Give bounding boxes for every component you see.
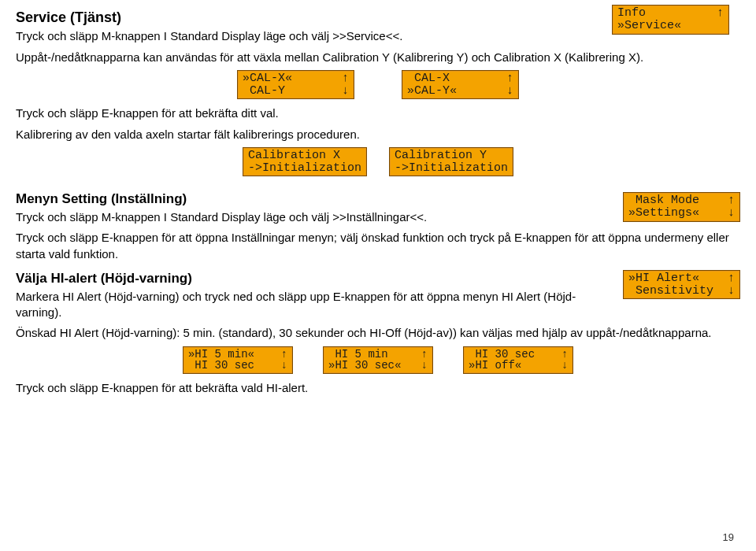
lcd-cal-x-selected: »CAL-X« ↑ CAL-Y ↓: [237, 70, 354, 100]
page-number: 19: [723, 531, 734, 545]
lcd-init-x: Calibration X ->Initialization: [243, 147, 367, 177]
lcd-cal-y-selected: CAL-X ↑ »CAL-Y« ↓: [402, 70, 519, 100]
lcd-hi-30sec: HI 5 min ↑ »HI 30 sec« ↓: [323, 346, 433, 374]
lcd-hi-off: HI 30 sec ↑ »HI off« ↓: [463, 346, 573, 374]
text-service-2: Uppåt-/nedåtknapparna kan användas för a…: [16, 50, 740, 65]
lcd-hi-alert-menu: »HI Alert« ↑ Sensitivity ↓: [623, 270, 740, 300]
text-service-4: Kalibrering av den valda axeln startar f…: [16, 127, 740, 142]
text-service-3: Tryck och släpp E-knappen för att bekräf…: [16, 105, 740, 121]
text-hi-2: Önskad HI Alert (Höjd-varning): 5 min. (…: [16, 325, 740, 341]
lcd-hi-5min: »HI 5 min« ↑ HI 30 sec ↓: [183, 346, 293, 374]
lcd-info-service: Info ↑ »Service«: [612, 5, 729, 35]
text-setting-2: Tryck och släpp E-knappen för att öppna …: [16, 230, 740, 262]
lcd-mask-settings: Mask Mode ↑ »Settings« ↓: [623, 192, 740, 222]
text-hi-3: Tryck och släpp E-knappen för att bekräf…: [16, 380, 740, 396]
lcd-init-y: Calibration Y ->Initialization: [389, 147, 513, 177]
